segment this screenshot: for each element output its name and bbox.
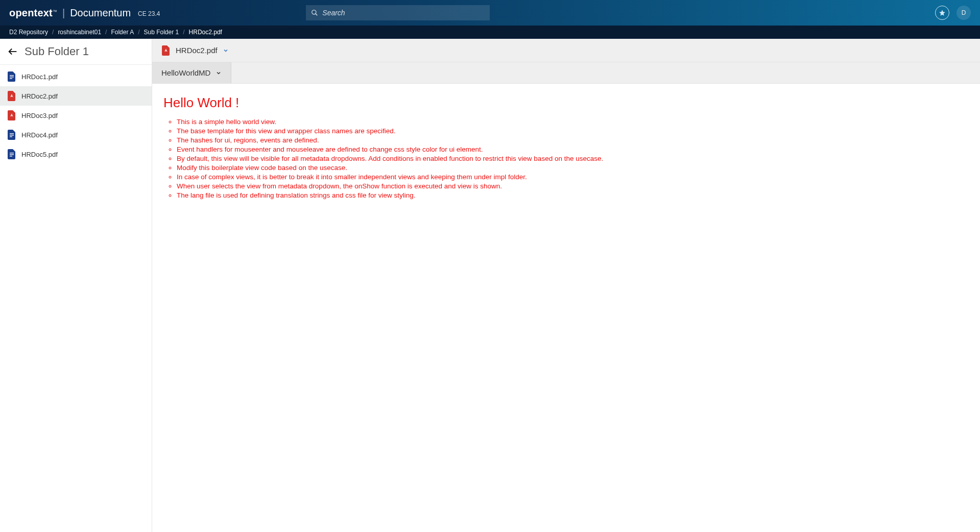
avatar-letter: D [962, 9, 966, 16]
chevron-down-icon [216, 70, 222, 76]
star-icon [939, 9, 946, 16]
file-row[interactable]: HRDoc2.pdf [0, 86, 152, 106]
file-name: HRDoc1.pdf [21, 73, 58, 81]
svg-rect-7 [10, 135, 14, 136]
svg-rect-9 [10, 153, 14, 154]
sidebar: Sub Folder 1 HRDoc1.pdfHRDoc2.pdfHRDoc3.… [0, 39, 152, 532]
search-input[interactable] [322, 9, 485, 17]
breadcrumb-item-current: HRDoc2.pdf [189, 29, 222, 36]
content-pane: HRDoc2.pdf HelloWorldMD Hello World ! Th… [152, 39, 980, 532]
svg-rect-6 [10, 133, 14, 134]
tab-label: HelloWorldMD [161, 68, 210, 77]
bullet-item: The hashes for ui, regions, events are d… [177, 136, 969, 144]
svg-rect-4 [10, 77, 14, 78]
bullet-item: The lang file is used for defining trans… [177, 191, 969, 199]
svg-rect-10 [10, 154, 14, 155]
pdf-icon [161, 45, 171, 56]
hello-world-title: Hello World ! [163, 95, 969, 111]
file-name: HRDoc3.pdf [21, 112, 58, 119]
bullet-item: The base template for this view and wrap… [177, 127, 969, 135]
breadcrumb-item[interactable]: Sub Folder 1 [144, 29, 179, 36]
search-box[interactable] [306, 5, 490, 20]
user-avatar[interactable]: D [957, 6, 971, 20]
brand: opentext™ | Documentum CE 23.4 [9, 7, 160, 19]
document-title-dropdown[interactable] [223, 47, 229, 54]
pdf-icon [7, 91, 16, 101]
svg-line-1 [316, 14, 318, 16]
breadcrumb-item[interactable]: D2 Repository [9, 29, 48, 36]
document-body: Hello World ! This is a simple hello wor… [152, 84, 980, 212]
document-icon [7, 71, 16, 82]
file-row[interactable]: HRDoc1.pdf [0, 67, 152, 86]
sidebar-title: Sub Folder 1 [25, 45, 89, 58]
breadcrumb: D2 Repository / roshincabinet01 / Folder… [0, 26, 980, 39]
file-row[interactable]: HRDoc3.pdf [0, 106, 152, 125]
brand-opentext: opentext™ [9, 7, 57, 19]
breadcrumb-separator: / [105, 29, 107, 36]
brand-product: Documentum [70, 7, 131, 19]
breadcrumb-item[interactable]: Folder A [111, 29, 134, 36]
brand-separator: | [62, 7, 65, 19]
chevron-down-icon [223, 47, 229, 54]
brand-tm: ™ [53, 9, 57, 14]
favorites-button[interactable] [935, 6, 949, 20]
breadcrumb-separator: / [138, 29, 139, 36]
bullet-item: When user selects the view from metadata… [177, 182, 969, 190]
brand-version: CE 23.4 [138, 10, 160, 17]
arrow-left-icon [7, 46, 18, 57]
main-area: Sub Folder 1 HRDoc1.pdfHRDoc2.pdfHRDoc3.… [0, 39, 980, 532]
bullet-item: This is a simple hello world view. [177, 118, 969, 126]
tab-bar: HelloWorldMD [152, 62, 980, 84]
svg-rect-8 [10, 136, 12, 137]
document-header: HRDoc2.pdf [152, 39, 980, 62]
bullet-item: Modify this boilerplate view code based … [177, 164, 969, 172]
breadcrumb-item[interactable]: roshincabinet01 [58, 29, 101, 36]
bullet-item: In case of complex views, it is better t… [177, 173, 969, 181]
search-icon [311, 9, 318, 16]
bullet-item: By default, this view will be visible fo… [177, 155, 969, 162]
svg-rect-5 [10, 78, 12, 79]
file-name: HRDoc5.pdf [21, 151, 58, 158]
bullet-item: Event handlers for mouseenter and mousel… [177, 146, 969, 153]
file-list: HRDoc1.pdfHRDoc2.pdfHRDoc3.pdfHRDoc4.pdf… [0, 65, 152, 166]
topbar-right: D [935, 6, 971, 20]
app-topbar: opentext™ | Documentum CE 23.4 D [0, 0, 980, 26]
file-name: HRDoc2.pdf [21, 92, 58, 100]
document-icon [7, 130, 16, 140]
svg-rect-3 [10, 75, 14, 76]
file-row[interactable]: HRDoc5.pdf [0, 144, 152, 164]
file-row[interactable]: HRDoc4.pdf [0, 125, 152, 144]
svg-rect-11 [10, 156, 12, 157]
svg-point-0 [312, 10, 316, 14]
hello-world-bullets: This is a simple hello world view.The ba… [177, 118, 969, 199]
tab-helloworldmd[interactable]: HelloWorldMD [152, 62, 231, 83]
document-icon [7, 149, 16, 159]
breadcrumb-separator: / [183, 29, 184, 36]
breadcrumb-separator: / [52, 29, 54, 36]
search-container [306, 5, 490, 20]
file-name: HRDoc4.pdf [21, 131, 58, 139]
document-title: HRDoc2.pdf [176, 46, 218, 55]
sidebar-header: Sub Folder 1 [0, 39, 152, 65]
back-button[interactable] [7, 46, 18, 57]
pdf-icon [7, 110, 16, 120]
